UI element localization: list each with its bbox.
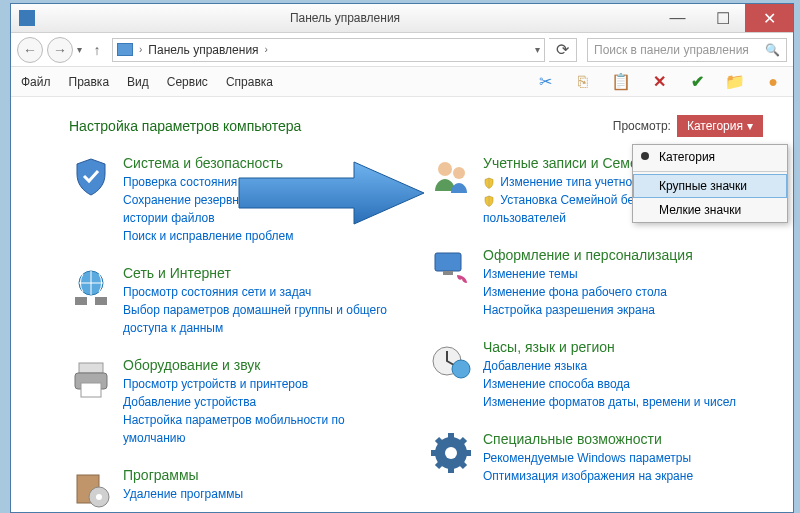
svg-point-8 — [96, 494, 102, 500]
category-block: Специальные возможностиРекомендуемые Win… — [429, 431, 763, 485]
check-icon[interactable]: ✔ — [687, 72, 707, 92]
search-placeholder: Поиск в панели управления — [594, 43, 749, 57]
box-disc-icon — [69, 467, 113, 511]
minimize-button[interactable]: — — [655, 4, 700, 32]
history-dropdown-icon[interactable]: ▾ — [77, 44, 82, 55]
refresh-button[interactable]: ⟳ — [549, 38, 577, 62]
gear-ease-icon — [429, 431, 473, 475]
search-icon: 🔍 — [765, 43, 780, 57]
up-button[interactable]: ↑ — [86, 42, 108, 58]
navigation-bar: ← → ▾ ↑ › Панель управления › ▾ ⟳ Поиск … — [11, 33, 793, 67]
category-title[interactable]: Программы — [123, 467, 243, 483]
category-link[interactable]: Просмотр состояния сети и задач — [123, 283, 403, 301]
view-mode-dropdown[interactable]: Категория ▾ — [677, 115, 763, 137]
view-option-small-icons[interactable]: Мелкие значки — [633, 198, 787, 222]
search-input[interactable]: Поиск в панели управления 🔍 — [587, 38, 787, 62]
menu-view[interactable]: Вид — [127, 75, 149, 89]
menu-help[interactable]: Справка — [226, 75, 273, 89]
cut-icon[interactable]: ✂ — [535, 72, 555, 92]
category-block: Оборудование и звукПросмотр устройств и … — [69, 357, 403, 447]
control-panel-window: Панель управления — ☐ ✕ ← → ▾ ↑ › Панель… — [10, 3, 794, 513]
category-link[interactable]: Изменение форматов даты, времени и чисел — [483, 393, 736, 411]
titlebar: Панель управления — ☐ ✕ — [11, 4, 793, 33]
category-link[interactable]: Проверка состояния компьютера — [123, 173, 403, 191]
category-block: Оформление и персонализацияИзменение тем… — [429, 247, 763, 319]
printer-icon — [69, 357, 113, 401]
folder-icon[interactable]: 📁 — [725, 72, 745, 92]
category-link[interactable]: Рекомендуемые Windows параметры — [483, 449, 693, 467]
category-title[interactable]: Система и безопасность — [123, 155, 403, 171]
svg-rect-5 — [81, 383, 101, 397]
back-button[interactable]: ← — [17, 37, 43, 63]
forward-button[interactable]: → — [47, 37, 73, 63]
svg-point-9 — [438, 162, 452, 176]
chevron-down-icon: ▾ — [747, 119, 753, 133]
category-link[interactable]: Оптимизация изображения на экране — [483, 467, 693, 485]
copy-icon[interactable]: ⎘ — [573, 72, 593, 92]
view-option-category[interactable]: Категория — [633, 145, 787, 169]
svg-rect-2 — [95, 297, 107, 305]
menu-service[interactable]: Сервис — [167, 75, 208, 89]
view-option-large-icons[interactable]: Крупные значки — [633, 174, 787, 198]
view-by-label: Просмотр: — [613, 119, 671, 133]
category-link[interactable]: Изменение способа ввода — [483, 375, 736, 393]
category-title[interactable]: Часы, язык и регион — [483, 339, 736, 355]
category-link[interactable]: Изменение фона рабочего стола — [483, 283, 693, 301]
breadcrumb[interactable]: Панель управления — [148, 43, 258, 57]
svg-rect-1 — [75, 297, 87, 305]
menu-separator — [633, 171, 787, 172]
category-block: Часы, язык и регионДобавление языкаИзмен… — [429, 339, 763, 411]
category-link[interactable]: Поиск и исправление проблем — [123, 227, 403, 245]
window-icon — [19, 10, 35, 26]
category-link[interactable]: Выбор параметров домашней группы и общег… — [123, 301, 403, 337]
category-title[interactable]: Оборудование и звук — [123, 357, 403, 373]
shell-icon[interactable]: ● — [763, 72, 783, 92]
user-family-icon — [429, 155, 473, 199]
menu-bar: Файл Правка Вид Сервис Справка ✂ ⎘ 📋 ✕ ✔… — [11, 67, 793, 97]
window-title: Панель управления — [35, 11, 655, 25]
display-paint-icon — [429, 247, 473, 291]
category-link[interactable]: Удаление программы — [123, 485, 243, 503]
svg-rect-3 — [79, 363, 103, 373]
category-link[interactable]: Просмотр устройств и принтеров — [123, 375, 403, 393]
maximize-button[interactable]: ☐ — [700, 4, 745, 32]
category-link[interactable]: Добавление языка — [483, 357, 736, 375]
category-link[interactable]: Настройка параметров мобильности по умол… — [123, 411, 403, 447]
address-dropdown-icon[interactable]: ▾ — [535, 44, 540, 55]
svg-rect-14 — [443, 271, 453, 275]
category-block: Сеть и ИнтернетПросмотр состояния сети и… — [69, 265, 403, 337]
svg-point-10 — [453, 167, 465, 179]
menu-edit[interactable]: Правка — [69, 75, 110, 89]
paste-icon[interactable]: 📋 — [611, 72, 631, 92]
page-title: Настройка параметров компьютера — [69, 118, 301, 134]
radio-selected-icon — [641, 152, 649, 160]
chevron-right-icon: › — [139, 44, 142, 55]
menu-file[interactable]: Файл — [21, 75, 51, 89]
delete-icon[interactable]: ✕ — [649, 72, 669, 92]
category-link[interactable]: Сохранение резервных копий файлов с помо… — [123, 191, 403, 227]
category-link[interactable]: Изменение темы — [483, 265, 693, 283]
address-bar[interactable]: › Панель управления › ▾ — [112, 38, 545, 62]
globe-network-icon — [69, 265, 113, 309]
svg-rect-13 — [435, 253, 461, 271]
svg-point-18 — [445, 447, 457, 459]
shield-check-icon — [69, 155, 113, 199]
category-link[interactable]: Добавление устройства — [123, 393, 403, 411]
close-button[interactable]: ✕ — [745, 4, 793, 32]
category-title[interactable]: Специальные возможности — [483, 431, 693, 447]
clock-globe-icon — [429, 339, 473, 383]
category-title[interactable]: Оформление и персонализация — [483, 247, 693, 263]
view-mode-menu: Категория Крупные значки Мелкие значки — [632, 144, 788, 223]
chevron-right-icon: › — [265, 44, 268, 55]
category-title[interactable]: Сеть и Интернет — [123, 265, 403, 281]
control-panel-icon — [117, 43, 133, 56]
category-block: ПрограммыУдаление программы — [69, 467, 403, 511]
category-block: Система и безопасностьПроверка состояния… — [69, 155, 403, 245]
category-link[interactable]: Настройка разрешения экрана — [483, 301, 693, 319]
svg-point-16 — [452, 360, 470, 378]
